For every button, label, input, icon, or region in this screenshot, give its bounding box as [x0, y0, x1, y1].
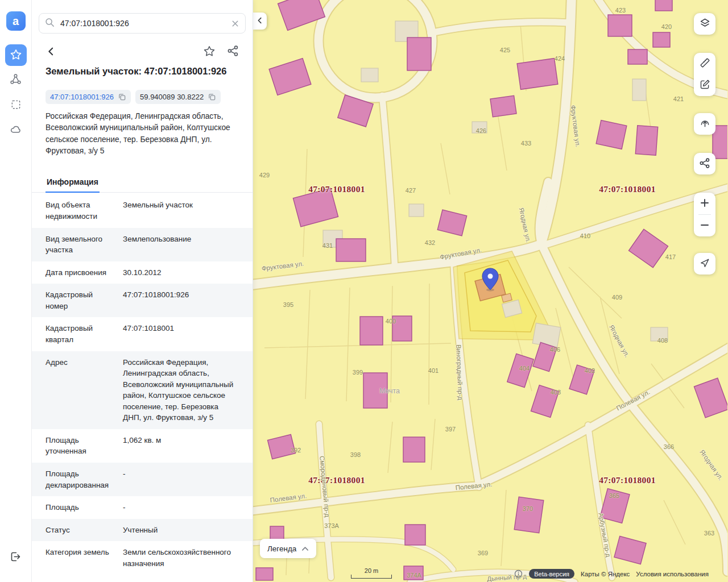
- info-row-label: Категория земель: [46, 547, 113, 569]
- info-row-label: Площадь уточненная: [46, 435, 113, 457]
- object-info-panel: Земельный участок: 47:07:1018001:926 47:…: [32, 0, 253, 582]
- chips-row: 47:07:1018001:926 59.940089 30.8222: [32, 90, 253, 104]
- info-row-label: Площадь: [46, 502, 113, 513]
- layers-icon: [699, 17, 711, 31]
- copy-icon[interactable]: [208, 93, 216, 101]
- info-row: Кадастровый номер47:07:1018001:926: [32, 284, 253, 317]
- minus-icon: [700, 220, 710, 232]
- app-logo[interactable]: a: [6, 11, 26, 31]
- map-scalebar: 20 m: [351, 567, 392, 579]
- cloud-icon: [10, 123, 22, 137]
- sidebar-item-services[interactable]: [5, 69, 27, 91]
- info-row: Площадь-: [32, 496, 253, 519]
- layers-control: [694, 13, 715, 35]
- info-row: Вид земельного участкаЗемлепользование: [32, 228, 253, 261]
- zoom-control: [694, 193, 715, 236]
- info-row-value: -: [123, 502, 239, 513]
- info-row: Площадь уточненная1,062 кв. м: [32, 429, 253, 463]
- search-clear-button[interactable]: [231, 19, 239, 28]
- info-icon[interactable]: [514, 569, 523, 578]
- info-row: АдресРоссийская Федерация, Ленинградская…: [32, 351, 253, 429]
- search-icon: [45, 18, 55, 30]
- yandex-copyright: Карты © Яндекс: [581, 571, 630, 577]
- panel-toolbar: [32, 34, 253, 57]
- info-row-label: Вид земельного участка: [46, 234, 113, 256]
- measure-edit-control: [694, 53, 715, 96]
- info-row-value: Учтенный: [123, 525, 239, 536]
- plus-icon: [700, 198, 710, 210]
- zoom-out-button[interactable]: [694, 215, 715, 236]
- legend-button[interactable]: Легенда: [260, 539, 316, 558]
- info-row-label: Статус: [46, 525, 113, 536]
- info-row: Вид объекта недвижимостиЗемельный участо…: [32, 194, 253, 227]
- info-row: Дата присвоения30.10.2012: [32, 261, 253, 284]
- info-row-value: Землепользование: [123, 234, 239, 256]
- scale-label: 20 m: [351, 567, 392, 574]
- ruler-button[interactable]: [694, 53, 715, 74]
- search-area: [32, 0, 253, 34]
- search-box: [39, 13, 246, 34]
- page-title: Земельный участок: 47:07:1018001:926: [32, 66, 253, 77]
- info-row-value: 30.10.2012: [123, 267, 239, 278]
- tab-information[interactable]: Информация: [46, 172, 100, 193]
- terms-link[interactable]: Условия использования: [636, 571, 709, 577]
- pencil-square-icon: [699, 78, 711, 92]
- share-map-button[interactable]: [694, 153, 715, 174]
- info-row-label: Площадь декларированная: [46, 468, 113, 490]
- tabs-bar: Информация: [32, 172, 253, 193]
- navigation-arrow-icon: [699, 257, 710, 271]
- search-input[interactable]: [59, 18, 226, 28]
- share-control: [694, 153, 715, 174]
- info-row-label: Адрес: [46, 357, 113, 423]
- info-row-value: 47:07:1018001:926: [123, 289, 239, 311]
- coordinates-value: 59.940089 30.8222: [140, 93, 204, 101]
- map-attribution: Beta-версия Карты © Яндекс Условия испол…: [514, 569, 709, 579]
- zoom-in-button[interactable]: [694, 193, 715, 214]
- info-row-value: Российская Федерация, Ленинградская обла…: [123, 357, 239, 423]
- info-row-value: -: [123, 468, 239, 490]
- dashed-square-icon: [10, 99, 22, 112]
- info-row-value: 47:07:1018001: [123, 323, 239, 345]
- info-row-label: Дата присвоения: [46, 267, 113, 278]
- chevron-left-icon: [256, 16, 264, 26]
- sidebar-item-weather[interactable]: [5, 119, 27, 141]
- back-button[interactable]: [46, 46, 56, 57]
- logout-button[interactable]: [5, 547, 27, 568]
- upload-button[interactable]: [694, 113, 715, 135]
- draw-button[interactable]: [694, 74, 715, 96]
- info-row: СтатусУчтенный: [32, 519, 253, 542]
- info-row: Кадастровый квартал47:07:1018001: [32, 317, 253, 351]
- object-address: Российская Федерация, Ленинградская обла…: [32, 111, 253, 157]
- logout-icon: [10, 551, 22, 564]
- sidebar-item-select-area[interactable]: [5, 94, 27, 116]
- share-icon: [699, 157, 710, 171]
- chevron-up-icon: [301, 546, 309, 551]
- info-row-label: Вид объекта недвижимости: [46, 199, 113, 222]
- cadastral-number-chip[interactable]: 47:07:1018001:926: [46, 90, 131, 104]
- coordinates-chip[interactable]: 59.940089 30.8222: [135, 90, 221, 104]
- cadastral-number-link[interactable]: 47:07:1018001:926: [50, 93, 114, 101]
- info-row: Площадь декларированная-: [32, 463, 253, 496]
- locate-control: [694, 253, 715, 275]
- locate-button[interactable]: [694, 253, 715, 275]
- share-object-button[interactable]: [227, 45, 239, 57]
- map[interactable]: 47:07:101800147:07:101800147:07:10180014…: [253, 0, 728, 582]
- info-row-value: 1,062 кв. м: [123, 435, 239, 457]
- star-icon: [10, 48, 22, 63]
- sidebar-item-favorites[interactable]: [5, 44, 27, 66]
- info-row-value: Земли сельскохозяйственного назначения: [123, 547, 239, 569]
- ruler-icon: [699, 57, 711, 70]
- info-table: Вид объекта недвижимостиЗемельный участо…: [32, 194, 253, 582]
- collapse-panel-button[interactable]: [253, 13, 267, 30]
- legend-label: Легенда: [267, 544, 296, 553]
- info-row-label: Кадастровый номер: [46, 289, 113, 311]
- layers-button[interactable]: [694, 13, 715, 35]
- upload-icon: [699, 117, 711, 131]
- scale-bar-line: [351, 575, 392, 579]
- copy-icon[interactable]: [118, 93, 126, 101]
- icon-sidebar: a: [0, 0, 32, 582]
- favorite-star-button[interactable]: [203, 45, 216, 57]
- info-row: Категория земельЗемли сельскохозяйственн…: [32, 541, 253, 575]
- info-row-label: Кадастровый квартал: [46, 323, 113, 345]
- map-canvas[interactable]: [253, 0, 727, 582]
